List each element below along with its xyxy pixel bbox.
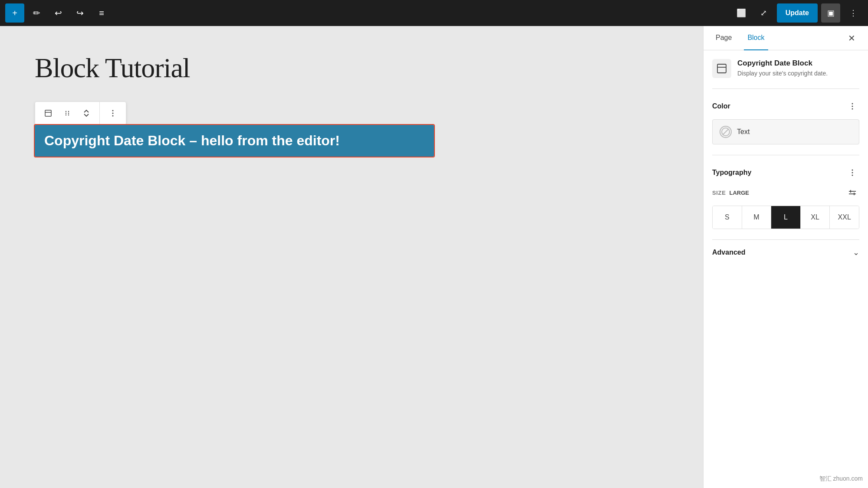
svg-point-10 bbox=[112, 115, 114, 117]
top-toolbar: + ✏ ↩ ↪ ≡ ⬜ ⤢ Update ▣ ⋮ bbox=[0, 0, 868, 26]
color-section: Color bbox=[712, 99, 859, 155]
text-color-button[interactable]: Text bbox=[712, 119, 859, 144]
block-toolbar bbox=[35, 102, 126, 125]
block-type-button[interactable] bbox=[39, 104, 58, 123]
block-info-text: Copyright Date Block Display your site's… bbox=[737, 59, 828, 78]
color-section-header: Color bbox=[712, 99, 859, 113]
svg-line-17 bbox=[723, 129, 728, 134]
svg-point-6 bbox=[66, 115, 66, 115]
color-circle bbox=[720, 126, 732, 138]
svg-point-5 bbox=[68, 113, 69, 114]
svg-point-19 bbox=[852, 172, 853, 174]
add-block-button[interactable]: + bbox=[5, 3, 24, 23]
tab-block[interactable]: Block bbox=[744, 26, 768, 50]
edit-button[interactable]: ✏ bbox=[27, 3, 46, 23]
undo-button[interactable]: ↩ bbox=[49, 3, 68, 23]
view-button[interactable]: ⤢ bbox=[754, 3, 773, 23]
block-description: Display your site's copyright date. bbox=[737, 69, 828, 78]
typography-more-button[interactable] bbox=[845, 166, 859, 180]
svg-point-7 bbox=[68, 115, 69, 115]
block-toolbar-group-left bbox=[35, 102, 100, 124]
svg-point-13 bbox=[852, 103, 853, 105]
block-toolbar-group-right bbox=[100, 102, 126, 124]
svg-point-18 bbox=[852, 170, 853, 171]
svg-rect-11 bbox=[717, 64, 726, 73]
color-section-title: Color bbox=[712, 102, 730, 110]
size-option-xxl[interactable]: XXL bbox=[830, 206, 859, 229]
block-name: Copyright Date Block bbox=[737, 59, 828, 68]
svg-point-20 bbox=[852, 175, 853, 176]
redo-button[interactable]: ↪ bbox=[70, 3, 89, 23]
svg-point-15 bbox=[852, 108, 853, 110]
size-value: LARGE bbox=[730, 190, 750, 196]
svg-point-4 bbox=[66, 113, 66, 114]
color-text-label: Text bbox=[737, 128, 750, 136]
svg-point-8 bbox=[112, 110, 114, 111]
move-up-down-button[interactable] bbox=[77, 104, 96, 123]
size-option-l[interactable]: L bbox=[771, 206, 801, 229]
size-label: SIZE bbox=[712, 190, 726, 196]
main-area: Block Tutorial bbox=[0, 26, 868, 488]
svg-point-9 bbox=[112, 113, 114, 114]
svg-point-2 bbox=[66, 111, 66, 112]
advanced-header[interactable]: Advanced ⌄ bbox=[712, 240, 859, 265]
block-wrapper: Copyright Date Block – hello from the ed… bbox=[35, 102, 668, 157]
sidebar-header: Page Block ✕ bbox=[704, 26, 868, 50]
svg-rect-0 bbox=[45, 110, 51, 116]
size-buttons: S M L XL XXL bbox=[712, 206, 859, 229]
block-info: Copyright Date Block Display your site's… bbox=[712, 59, 859, 89]
preview-button[interactable]: ⬜ bbox=[732, 3, 751, 23]
svg-point-14 bbox=[852, 106, 853, 107]
block-more-options-button[interactable] bbox=[103, 104, 122, 123]
advanced-section: Advanced ⌄ bbox=[712, 239, 859, 265]
sidebar-close-button[interactable]: ✕ bbox=[844, 30, 859, 46]
size-adjust-button[interactable] bbox=[845, 186, 859, 200]
more-options-button[interactable]: ⋮ bbox=[844, 3, 863, 23]
size-option-s[interactable]: S bbox=[713, 206, 742, 229]
advanced-title: Advanced bbox=[712, 249, 745, 256]
size-row: SIZE LARGE bbox=[712, 186, 859, 200]
copyright-block: Copyright Date Block – hello from the ed… bbox=[35, 125, 434, 157]
sidebar: Page Block ✕ Copyright Date Block Displa… bbox=[703, 26, 868, 488]
size-option-m[interactable]: M bbox=[742, 206, 772, 229]
svg-point-3 bbox=[68, 111, 69, 112]
update-button[interactable]: Update bbox=[777, 3, 818, 23]
typography-section-title: Typography bbox=[712, 169, 751, 177]
list-view-button[interactable]: ≡ bbox=[92, 3, 111, 23]
toolbar-right: ⬜ ⤢ Update ▣ ⋮ bbox=[732, 3, 863, 23]
settings-button[interactable]: ▣ bbox=[821, 3, 840, 23]
watermark: 智汇 zhuon.com bbox=[819, 475, 863, 483]
sidebar-content: Copyright Date Block Display your site's… bbox=[704, 50, 868, 488]
color-more-button[interactable] bbox=[845, 99, 859, 113]
chevron-down-icon: ⌄ bbox=[853, 248, 859, 257]
page-title: Block Tutorial bbox=[35, 52, 668, 84]
tab-page[interactable]: Page bbox=[712, 26, 735, 50]
size-option-xl[interactable]: XL bbox=[801, 206, 830, 229]
drag-handle-button[interactable] bbox=[58, 104, 77, 123]
block-icon bbox=[712, 59, 731, 78]
typography-section-header: Typography bbox=[712, 166, 859, 180]
typography-section: Typography SIZE LARGE bbox=[712, 166, 859, 229]
editor-canvas: Block Tutorial bbox=[0, 26, 703, 488]
